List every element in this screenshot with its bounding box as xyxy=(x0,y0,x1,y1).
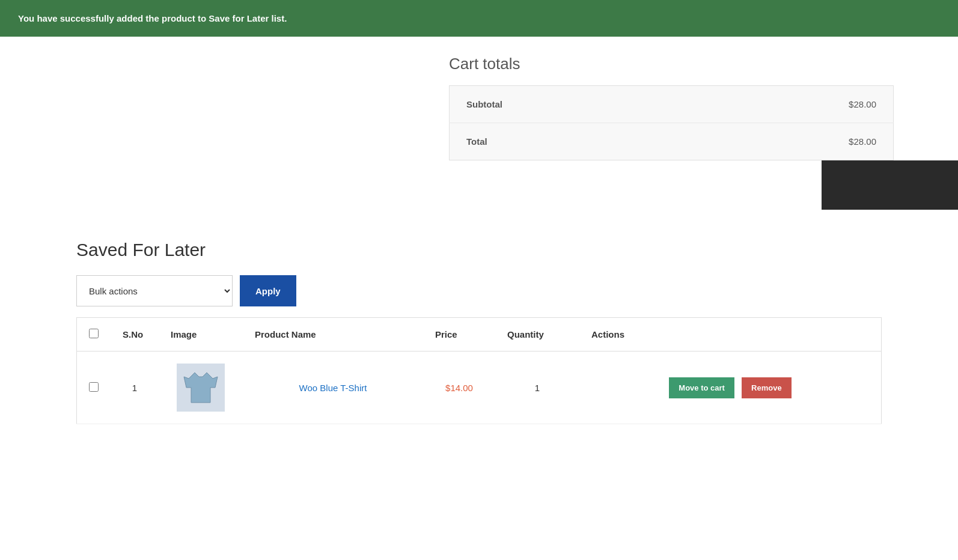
success-banner: You have successfully added the product … xyxy=(0,0,958,37)
row-image-cell xyxy=(159,352,243,424)
svg-marker-0 xyxy=(184,373,218,403)
header-product-name: Product Name xyxy=(243,318,423,352)
cart-totals-table: Subtotal $28.00 Total $28.00 xyxy=(449,85,894,160)
row-quantity: 1 xyxy=(495,352,579,424)
product-thumbnail xyxy=(177,364,225,412)
header-image: Image xyxy=(159,318,243,352)
header-price: Price xyxy=(423,318,495,352)
row-product-name-cell: Woo Blue T-Shirt xyxy=(243,352,423,424)
header-sno: S.No xyxy=(111,318,159,352)
row-checkbox[interactable] xyxy=(89,382,99,392)
remove-button[interactable]: Remove xyxy=(742,377,792,398)
subtotal-value: $28.00 xyxy=(716,86,894,123)
tshirt-svg-icon xyxy=(183,370,219,406)
row-sno: 1 xyxy=(111,352,159,424)
total-value: $28.00 xyxy=(716,123,894,160)
product-name-link[interactable]: Woo Blue T-Shirt xyxy=(299,383,367,393)
proceed-to-checkout-button[interactable]: Proceed to checkout → xyxy=(822,160,958,210)
header-actions: Actions xyxy=(579,318,882,352)
saved-for-later-title: Saved For Later xyxy=(76,240,882,260)
select-all-checkbox[interactable] xyxy=(89,329,99,338)
row-actions-cell: Move to cart Remove xyxy=(579,352,882,424)
move-to-cart-button[interactable]: Move to cart xyxy=(669,377,734,398)
cart-totals-title: Cart totals xyxy=(449,55,882,73)
saved-for-later-table: S.No Image Product Name Price Quantity A… xyxy=(76,317,882,424)
success-banner-text: You have successfully added the product … xyxy=(18,13,287,23)
saved-for-later-section: Saved For Later Bulk actions Apply S.No … xyxy=(76,240,882,424)
header-checkbox-cell xyxy=(77,318,111,352)
bulk-actions-bar: Bulk actions Apply xyxy=(76,275,882,306)
header-quantity: Quantity xyxy=(495,318,579,352)
cart-totals-section: Cart totals Subtotal $28.00 Total $28.00… xyxy=(449,55,882,210)
row-price: $14.00 xyxy=(423,352,495,424)
table-row: 1 Woo Blue T-Shirt $14.00 1 xyxy=(77,352,882,424)
total-label: Total xyxy=(450,123,716,160)
bulk-actions-select[interactable]: Bulk actions xyxy=(76,275,233,306)
main-content: Cart totals Subtotal $28.00 Total $28.00… xyxy=(52,37,906,442)
subtotal-row: Subtotal $28.00 xyxy=(450,86,894,123)
row-checkbox-cell xyxy=(77,352,111,424)
apply-button[interactable]: Apply xyxy=(240,275,296,306)
total-row: Total $28.00 xyxy=(450,123,894,160)
subtotal-label: Subtotal xyxy=(450,86,716,123)
table-header-row: S.No Image Product Name Price Quantity A… xyxy=(77,318,882,352)
